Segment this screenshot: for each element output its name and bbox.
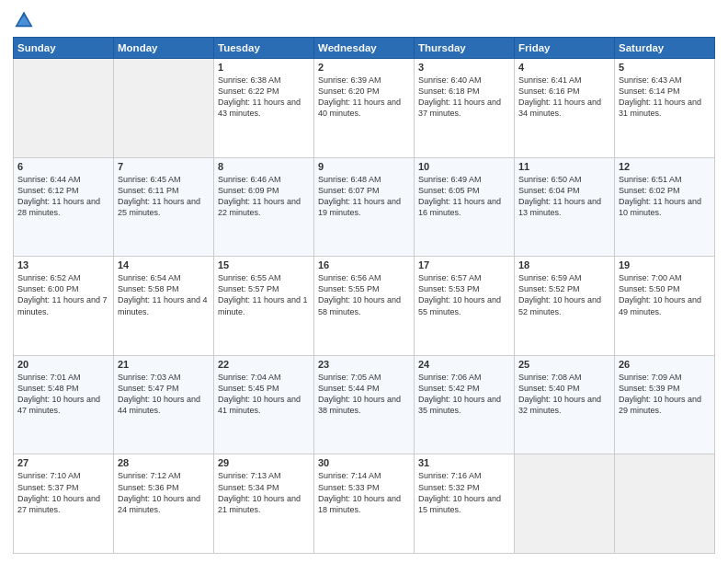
cell-content: Sunrise: 6:39 AMSunset: 6:20 PMDaylight:… [318,75,410,120]
calendar-cell: 12Sunrise: 6:51 AMSunset: 6:02 PMDayligh… [615,157,715,257]
header [13,9,715,31]
day-number: 3 [418,62,510,73]
day-number: 26 [619,359,711,370]
cell-content: Sunrise: 7:06 AMSunset: 5:42 PMDaylight:… [418,372,510,417]
day-number: 20 [17,359,109,370]
calendar-cell: 5Sunrise: 6:43 AMSunset: 6:14 PMDaylight… [615,59,715,158]
cell-content: Sunrise: 6:40 AMSunset: 6:18 PMDaylight:… [418,75,510,120]
cell-content: Sunrise: 6:51 AMSunset: 6:02 PMDaylight:… [619,174,711,219]
calendar-cell: 29Sunrise: 7:13 AMSunset: 5:34 PMDayligh… [214,454,314,554]
calendar-cell: 27Sunrise: 7:10 AMSunset: 5:37 PMDayligh… [14,454,114,554]
day-number: 12 [619,161,711,172]
calendar-cell: 17Sunrise: 6:57 AMSunset: 5:53 PMDayligh… [415,257,515,356]
day-number: 18 [518,259,610,270]
day-number: 25 [518,359,610,370]
calendar-cell [615,454,715,554]
calendar-cell: 9Sunrise: 6:48 AMSunset: 6:07 PMDaylight… [314,157,415,257]
cell-content: Sunrise: 7:13 AMSunset: 5:34 PMDaylight:… [218,470,310,515]
logo [13,9,39,31]
cell-content: Sunrise: 6:43 AMSunset: 6:14 PMDaylight:… [619,75,711,120]
day-number: 4 [518,62,610,73]
day-number: 28 [118,457,210,468]
day-number: 1 [218,62,310,73]
calendar-cell: 6Sunrise: 6:44 AMSunset: 6:12 PMDaylight… [14,157,114,257]
cell-content: Sunrise: 6:41 AMSunset: 6:16 PMDaylight:… [518,75,610,120]
calendar-cell: 2Sunrise: 6:39 AMSunset: 6:20 PMDaylight… [314,59,415,158]
day-number: 2 [318,62,410,73]
calendar-cell: 25Sunrise: 7:08 AMSunset: 5:40 PMDayligh… [515,355,615,454]
cell-content: Sunrise: 7:04 AMSunset: 5:45 PMDaylight:… [218,372,310,417]
day-number: 8 [218,161,310,172]
cell-content: Sunrise: 6:54 AMSunset: 5:58 PMDaylight:… [118,272,210,317]
day-number: 31 [418,457,510,468]
calendar-cell: 26Sunrise: 7:09 AMSunset: 5:39 PMDayligh… [615,355,715,454]
calendar-cell: 24Sunrise: 7:06 AMSunset: 5:42 PMDayligh… [415,355,515,454]
day-number: 15 [218,259,310,270]
cell-content: Sunrise: 7:03 AMSunset: 5:47 PMDaylight:… [118,372,210,417]
day-of-week-header: Monday [114,38,214,59]
cell-content: Sunrise: 6:57 AMSunset: 5:53 PMDaylight:… [418,272,510,317]
logo-icon [13,9,35,31]
day-number: 9 [318,161,410,172]
day-number: 22 [218,359,310,370]
day-number: 29 [218,457,310,468]
calendar-cell [515,454,615,554]
cell-content: Sunrise: 7:14 AMSunset: 5:33 PMDaylight:… [318,470,410,515]
day-number: 23 [318,359,410,370]
calendar-cell: 4Sunrise: 6:41 AMSunset: 6:16 PMDaylight… [515,59,615,158]
cell-content: Sunrise: 7:05 AMSunset: 5:44 PMDaylight:… [318,372,410,417]
day-number: 7 [118,161,210,172]
cell-content: Sunrise: 7:16 AMSunset: 5:32 PMDaylight:… [418,470,510,515]
cell-content: Sunrise: 6:46 AMSunset: 6:09 PMDaylight:… [218,174,310,219]
calendar-header-row: SundayMondayTuesdayWednesdayThursdayFrid… [14,38,715,59]
calendar-cell: 18Sunrise: 6:59 AMSunset: 5:52 PMDayligh… [515,257,615,356]
cell-content: Sunrise: 6:59 AMSunset: 5:52 PMDaylight:… [518,272,610,317]
day-number: 30 [318,457,410,468]
cell-content: Sunrise: 7:01 AMSunset: 5:48 PMDaylight:… [17,372,109,417]
cell-content: Sunrise: 6:56 AMSunset: 5:55 PMDaylight:… [318,272,410,317]
calendar-cell: 1Sunrise: 6:38 AMSunset: 6:22 PMDaylight… [214,59,314,158]
cell-content: Sunrise: 6:55 AMSunset: 5:57 PMDaylight:… [218,272,310,317]
calendar-cell: 19Sunrise: 7:00 AMSunset: 5:50 PMDayligh… [615,257,715,356]
day-number: 5 [619,62,711,73]
calendar-body: 1Sunrise: 6:38 AMSunset: 6:22 PMDaylight… [14,59,715,554]
day-number: 16 [318,259,410,270]
calendar-cell [114,59,214,158]
calendar-cell: 7Sunrise: 6:45 AMSunset: 6:11 PMDaylight… [114,157,214,257]
calendar-cell: 30Sunrise: 7:14 AMSunset: 5:33 PMDayligh… [314,454,415,554]
day-number: 13 [17,259,109,270]
day-of-week-header: Saturday [615,38,715,59]
day-of-week-header: Wednesday [314,38,415,59]
cell-content: Sunrise: 6:44 AMSunset: 6:12 PMDaylight:… [17,174,109,219]
day-number: 6 [17,161,109,172]
day-number: 19 [619,259,711,270]
calendar-cell: 13Sunrise: 6:52 AMSunset: 6:00 PMDayligh… [14,257,114,356]
calendar-cell: 16Sunrise: 6:56 AMSunset: 5:55 PMDayligh… [314,257,415,356]
calendar-cell: 10Sunrise: 6:49 AMSunset: 6:05 PMDayligh… [415,157,515,257]
day-number: 10 [418,161,510,172]
day-of-week-header: Tuesday [214,38,314,59]
day-number: 27 [17,457,109,468]
day-of-week-header: Thursday [415,38,515,59]
calendar-cell: 31Sunrise: 7:16 AMSunset: 5:32 PMDayligh… [415,454,515,554]
calendar-week-row: 27Sunrise: 7:10 AMSunset: 5:37 PMDayligh… [14,454,715,554]
day-number: 24 [418,359,510,370]
calendar-cell: 14Sunrise: 6:54 AMSunset: 5:58 PMDayligh… [114,257,214,356]
calendar-cell: 11Sunrise: 6:50 AMSunset: 6:04 PMDayligh… [515,157,615,257]
cell-content: Sunrise: 7:08 AMSunset: 5:40 PMDaylight:… [518,372,610,417]
calendar-cell: 8Sunrise: 6:46 AMSunset: 6:09 PMDaylight… [214,157,314,257]
cell-content: Sunrise: 6:45 AMSunset: 6:11 PMDaylight:… [118,174,210,219]
calendar-week-row: 20Sunrise: 7:01 AMSunset: 5:48 PMDayligh… [14,355,715,454]
day-number: 14 [118,259,210,270]
day-of-week-header: Friday [515,38,615,59]
calendar-cell: 3Sunrise: 6:40 AMSunset: 6:18 PMDaylight… [415,59,515,158]
calendar-cell [14,59,114,158]
cell-content: Sunrise: 7:12 AMSunset: 5:36 PMDaylight:… [118,470,210,515]
cell-content: Sunrise: 6:38 AMSunset: 6:22 PMDaylight:… [218,75,310,120]
calendar-cell: 23Sunrise: 7:05 AMSunset: 5:44 PMDayligh… [314,355,415,454]
calendar-week-row: 13Sunrise: 6:52 AMSunset: 6:00 PMDayligh… [14,257,715,356]
day-number: 17 [418,259,510,270]
calendar-cell: 20Sunrise: 7:01 AMSunset: 5:48 PMDayligh… [14,355,114,454]
cell-content: Sunrise: 6:50 AMSunset: 6:04 PMDaylight:… [518,174,610,219]
day-number: 11 [518,161,610,172]
